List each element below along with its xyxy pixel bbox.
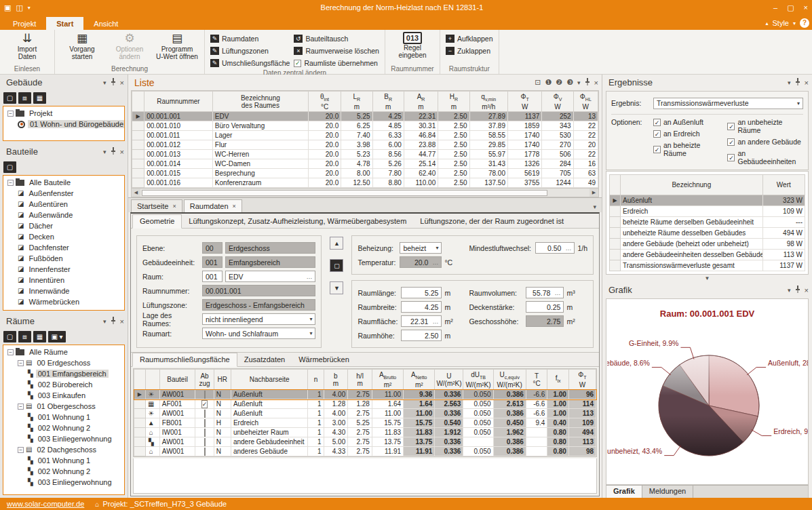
abzug-cell[interactable] [195,409,214,418]
record-page-icon[interactable]: ▢ [330,259,343,272]
tree-item[interactable]: ▚003 Einliegerwohnung [3,477,124,488]
ribbon-button[interactable]: ⚙Optionen ändern [108,31,151,60]
column-header[interactable]: HRm [438,92,469,112]
checkbox-icon[interactable] [204,410,206,418]
row-selector[interactable] [132,140,144,150]
pin-icon[interactable] [111,146,116,157]
tab[interactable]: Wärmebrücken [292,353,356,366]
chevron-down-icon[interactable]: ▾ [309,330,312,336]
ribbon-small-button[interactable]: ✎Lüftungszonen [210,45,290,56]
tab-list-icon[interactable]: ▾ [590,203,599,212]
close-icon[interactable]: × [805,79,809,87]
row-selector[interactable] [134,399,146,409]
prev-record-icon[interactable]: ▲ [330,237,343,250]
field-input[interactable]: 20.0… [400,256,442,268]
option-checkbox[interactable]: ✓an Gebäudeeinheiten [727,149,803,165]
field-id-input[interactable]: 001 [202,271,223,282]
tree-item[interactable]: ◪Dächer [3,220,124,231]
ellipsis-button[interactable]: … [430,259,438,266]
chevron-down-icon[interactable]: ▾ [788,287,791,294]
ribbon-small-button[interactable]: ✎Raumdaten [210,33,290,44]
close-icon[interactable]: × [120,79,124,87]
pin-icon[interactable] [111,77,116,87]
table-row[interactable]: ▶Außenluft323 W [610,195,805,206]
column-header[interactable]: fix [547,370,569,390]
field-input[interactable]: Erdgeschoss [225,242,315,254]
tree-item[interactable]: ▚001 Wohnung 1 [3,455,124,466]
ribbon-small-button[interactable]: ✎Umschließungsfläche [210,58,290,68]
column-header[interactable]: θint°C [308,92,341,112]
tree-item[interactable]: ▚001 Emfangsbereich [3,368,124,379]
table-row[interactable]: beheizte Räume derselben Gebäudeeinheit-… [610,217,805,228]
panel-splitter[interactable]: ▼ [602,275,812,282]
column-header[interactable]: Bezeichnung [621,175,762,195]
tree-item[interactable]: ▚002 Wohnung 2 [3,423,124,433]
column-header[interactable]: Abzug [195,370,214,390]
tree-item[interactable]: −▤00 Erdgeschoss [3,357,124,368]
help-button[interactable]: ? [800,18,809,28]
row-selector[interactable] [610,239,621,250]
expand-icon[interactable]: − [18,360,24,366]
table-row[interactable]: ▶00.001.001EDV20.05.254.2522.312.5027.89… [132,112,598,121]
tree-item[interactable]: −Projekt [3,108,124,119]
restore-button[interactable]: ▢ [787,3,794,12]
delete-grid-icon[interactable]: ▦ [33,92,46,104]
table-row[interactable]: 00.001.011Lager20.07.406.3346.842.5058.5… [132,131,598,140]
column-header[interactable]: T°C [526,370,547,390]
tree-item[interactable]: ◪Außentüren [3,199,124,210]
window-icon[interactable]: ◫ [16,3,22,12]
tab[interactable]: Lüftungskonzept, Zusatz-Aufheizleistung,… [182,215,413,228]
abzug-cell[interactable] [195,437,214,447]
ribbon-button[interactable]: ▦Vorgang starten [60,31,104,60]
column-header[interactable]: LRm [341,92,372,112]
column-header[interactable]: h/lm [348,370,372,390]
field-input[interactable]: 0.50… [535,242,575,254]
close-tab-icon[interactable]: × [233,203,236,210]
tree-item[interactable]: −▤01 Obergeschoss [3,401,124,412]
grafik-tab-meldungen[interactable]: Meldungen [642,486,693,498]
column-header[interactable]: HR [214,370,231,390]
pin-icon[interactable] [795,285,800,295]
tree-item[interactable]: ◪Innenwände [3,286,124,296]
column-header[interactable]: UW/(m²K) [435,370,463,390]
column-header[interactable]: ΦVW [542,92,573,112]
table-row[interactable]: Transmissionswärmeverluste gesamt1137 W [610,260,805,271]
row-selector[interactable] [610,250,621,260]
website-link[interactable]: www.solar-computer.de [7,500,84,508]
tree-item[interactable]: ▚001 Wohnung 1 [3,412,124,423]
pin-icon[interactable] [585,77,590,87]
column-header[interactable]: Bezeichnungdes Raumes [212,92,308,112]
table-row[interactable]: 00.001.015Besprechung20.08.007.8062.402.… [132,169,598,178]
checkbox-icon[interactable] [204,391,206,399]
field-input[interactable]: 2.50 [401,330,442,341]
table-row[interactable]: 00.001.010Büro Verwaltung20.06.254.8530.… [132,121,598,131]
abzug-cell[interactable] [195,428,214,437]
menu-tab-ansicht[interactable]: Ansicht [83,17,128,30]
row-selector[interactable]: ▶ [134,390,146,399]
view-1-icon[interactable]: ❶ [545,78,552,87]
column-header[interactable]: Wert [762,175,805,195]
view-2-icon[interactable]: ❷ [556,78,562,87]
field-input[interactable]: nicht innenliegend▾ [202,313,315,325]
column-header[interactable]: dUTBW/(m²K) [463,370,493,390]
checkbox-icon[interactable]: ✓ [201,400,208,408]
row-selector[interactable] [134,447,146,456]
row-selector[interactable] [134,409,146,418]
table-row[interactable]: ▲FB001HErdreich13.005.2515.7515.750.5400… [134,418,596,428]
collapse-ribbon-icon[interactable]: ▴ [766,20,769,26]
expand-icon[interactable]: − [18,404,24,410]
row-selector[interactable] [132,169,144,178]
view-3-icon[interactable]: ❸ [566,78,573,87]
row-selector[interactable] [610,260,621,271]
expand-icon[interactable]: − [18,447,24,453]
chevron-down-icon[interactable]: ▾ [103,79,107,86]
ellipsis-button[interactable]: … [304,273,312,280]
new-doc-icon[interactable]: ▢ [3,331,16,342]
checkbox-icon[interactable] [204,438,206,446]
ribbon-small-button[interactable]: ✓Raumliste übernehmen [294,58,379,68]
close-tab-icon[interactable]: × [172,203,176,210]
save-icon[interactable]: ▣ [4,3,11,12]
tab[interactable]: Raumumschließungsfläche [132,353,237,367]
tree-item[interactable]: ◪Fußböden [3,253,124,264]
expand-icon[interactable]: − [7,349,14,355]
